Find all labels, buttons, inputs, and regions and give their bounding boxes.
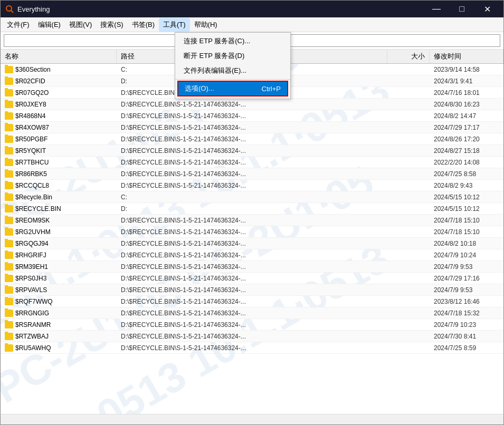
dropdown-item-file-list-editor[interactable]: 文件列表编辑器(E)... xyxy=(175,63,290,78)
cell-path: D:\$RECYCLE.BIN\S-1-5-21-1474636324-... xyxy=(117,308,387,318)
folder-icon xyxy=(5,112,13,120)
maximize-button[interactable]: □ xyxy=(450,1,474,17)
cell-size xyxy=(387,127,430,129)
folder-icon xyxy=(5,182,13,189)
table-row[interactable]: $REOM9SK D:\$RECYCLE.BIN\S-1-5-21-147463… xyxy=(1,215,503,226)
cell-size xyxy=(387,161,430,163)
table-row[interactable]: $RG2UVHM D:\$RECYCLE.BIN\S-1-5-21-147463… xyxy=(1,226,503,238)
menu-help[interactable]: 帮助(H) xyxy=(190,18,222,32)
cell-path: D:\$RECYCLE.BIN\S-1-5-21-1474636324-... xyxy=(117,100,387,109)
table-row[interactable]: $RM39EH1 D:\$RECYCLE.BIN\S-1-5-21-147463… xyxy=(1,261,503,273)
cell-size xyxy=(387,301,430,303)
cell-size xyxy=(387,254,430,256)
table-row[interactable]: $RCCQCL8 D:\$RECYCLE.BIN\S-1-5-21-147463… xyxy=(1,180,503,191)
menu-bookmarks[interactable]: 书签(B) xyxy=(128,18,159,32)
table-row[interactable]: $R50PGBF D:\$RECYCLE.BIN\S-1-5-21-147463… xyxy=(1,133,503,145)
table-row[interactable]: $R4XOW87 D:\$RECYCLE.BIN\S-1-5-21-147463… xyxy=(1,122,503,133)
cell-size xyxy=(387,80,430,82)
table-row[interactable]: $R7TBHCU D:\$RECYCLE.BIN\S-1-5-21-147463… xyxy=(1,157,503,168)
cell-path: D:\$RECYCLE.BIN\S-1-5-21-1474636324-... xyxy=(117,169,387,179)
dropdown-item-etp-connect[interactable]: 连接 ETP 服务器(C)... xyxy=(175,34,290,49)
cell-modified: 2024/5/15 10:12 xyxy=(430,192,503,202)
table-row[interactable]: $R86RBK5 D:\$RECYCLE.BIN\S-1-5-21-147463… xyxy=(1,168,503,180)
cell-path: D:\$RECYCLE.BIN\S-1-5-21-1474636324-... xyxy=(117,227,387,237)
cell-path: D:\$RECYCLE.BIN\S-1-5-21-1474636324-... xyxy=(117,146,387,156)
table-row[interactable]: $RGQGJ94 D:\$RECYCLE.BIN\S-1-5-21-147463… xyxy=(1,238,503,249)
table-row[interactable]: $Recycle.Bin C: 2024/5/15 10:12 xyxy=(1,191,503,203)
menu-edit[interactable]: 编辑(E) xyxy=(34,18,65,32)
col-header-size[interactable]: 大小 xyxy=(387,50,430,63)
window-title: Everything xyxy=(17,5,424,13)
cell-modified: 2024/7/18 15:32 xyxy=(430,308,503,318)
cell-name: $REOM9SK xyxy=(1,216,117,225)
table-row[interactable]: $RTZWBAJ D:\$RECYCLE.BIN\S-1-5-21-147463… xyxy=(1,331,503,342)
cell-modified: 2024/8/2 14:47 xyxy=(430,111,503,121)
cell-size xyxy=(387,324,430,326)
dropdown-item-etp-disconnect[interactable]: 断开 ETP 服务器(D) xyxy=(175,49,290,63)
main-window: Everything — □ ✕ 文件(F) 编辑(E) 视图(V) 搜索(S)… xyxy=(0,0,504,425)
cell-name: $RPVAVLS xyxy=(1,285,117,295)
folder-icon xyxy=(5,275,13,282)
cell-size xyxy=(387,173,430,175)
cell-modified: 2023/9/14 14:58 xyxy=(430,65,503,74)
table-row[interactable]: $R4868N4 D:\$RECYCLE.BIN\S-1-5-21-147463… xyxy=(1,110,503,122)
cell-path: D:\$RECYCLE.BIN\S-1-5-21-1474636324-... xyxy=(117,332,387,341)
cell-modified: 2024/3/1 9:41 xyxy=(430,76,503,86)
table-row[interactable]: $RHGRIFJ D:\$RECYCLE.BIN\S-1-5-21-147463… xyxy=(1,249,503,261)
table-row[interactable]: $RRGNGIG D:\$RECYCLE.BIN\S-1-5-21-147463… xyxy=(1,307,503,319)
folder-icon xyxy=(5,321,13,329)
folder-icon xyxy=(5,205,13,213)
cell-size xyxy=(387,289,430,291)
svg-line-1 xyxy=(11,11,13,13)
table-row[interactable]: $RQF7WWQ D:\$RECYCLE.BIN\S-1-5-21-147463… xyxy=(1,296,503,307)
cell-name: $RRGNGIG xyxy=(1,308,117,318)
cell-modified: 2024/7/25 8:58 xyxy=(430,169,503,179)
cell-path: C: xyxy=(117,192,387,202)
table-row[interactable]: $RECYCLE.BIN D: 2024/5/15 10:12 xyxy=(1,203,503,215)
folder-icon xyxy=(5,310,13,317)
close-button[interactable]: ✕ xyxy=(475,1,499,17)
cell-size xyxy=(387,266,430,268)
folder-icon xyxy=(5,344,13,352)
menu-search[interactable]: 搜索(S) xyxy=(96,18,127,32)
cell-modified: 2024/8/26 17:20 xyxy=(430,134,503,144)
cell-name: $360Section xyxy=(1,65,117,74)
table-row[interactable]: $RSRANMR D:\$RECYCLE.BIN\S-1-5-21-147463… xyxy=(1,319,503,331)
folder-icon xyxy=(5,252,13,259)
table-row[interactable]: $RPS0JH3 D:\$RECYCLE.BIN\S-1-5-21-147463… xyxy=(1,273,503,284)
cell-name: $R07GQ2O xyxy=(1,88,117,98)
minimize-button[interactable]: — xyxy=(424,1,449,17)
cell-size xyxy=(387,347,430,349)
cell-modified: 2024/7/29 17:16 xyxy=(430,274,503,283)
table-row[interactable]: $RU5AWHQ D:\$RECYCLE.BIN\S-1-5-21-147463… xyxy=(1,342,503,354)
table-row[interactable]: $RPVAVLS D:\$RECYCLE.BIN\S-1-5-21-147463… xyxy=(1,284,503,296)
menu-bar: 文件(F) 编辑(E) 视图(V) 搜索(S) 书签(B) 工具(T) 帮助(H… xyxy=(1,17,503,32)
menu-file[interactable]: 文件(F) xyxy=(3,18,34,32)
table-row[interactable]: $R0JXEY8 D:\$RECYCLE.BIN\S-1-5-21-147463… xyxy=(1,99,503,110)
tools-dropdown: 连接 ETP 服务器(C)... 断开 ETP 服务器(D) 文件列表编辑器(E… xyxy=(175,32,291,99)
cell-path: D:\$RECYCLE.BIN\S-1-5-21-1474636324-... xyxy=(117,297,387,306)
col-header-modified[interactable]: 修改时间 xyxy=(430,50,503,63)
cell-size xyxy=(387,208,430,210)
folder-icon xyxy=(5,101,13,108)
cell-modified: 2022/2/20 14:08 xyxy=(430,158,503,167)
cell-path: D:\$RECYCLE.BIN\S-1-5-21-1474636324-... xyxy=(117,274,387,283)
cell-modified: 2024/7/9 10:23 xyxy=(430,320,503,330)
cell-name: $R5YQKIT xyxy=(1,146,117,156)
folder-icon xyxy=(5,66,13,73)
menu-view[interactable]: 视图(V) xyxy=(65,18,96,32)
cell-modified: 2023/8/12 16:46 xyxy=(430,297,503,306)
menu-tools[interactable]: 工具(T) xyxy=(159,18,190,32)
cell-name: $RQF7WWQ xyxy=(1,297,117,306)
cell-path: D:\$RECYCLE.BIN\S-1-5-21-1474636324-... xyxy=(117,320,387,330)
cell-name: $RPS0JH3 xyxy=(1,274,117,283)
cell-size xyxy=(387,196,430,198)
cell-size xyxy=(387,150,430,152)
cell-name: $R7TBHCU xyxy=(1,158,117,167)
cell-modified: 2024/8/2 10:18 xyxy=(430,239,503,248)
cell-size xyxy=(387,243,430,245)
cell-name: $R02CFID xyxy=(1,76,117,86)
col-header-name[interactable]: 名称 xyxy=(1,50,117,63)
table-row[interactable]: $R5YQKIT D:\$RECYCLE.BIN\S-1-5-21-147463… xyxy=(1,145,503,157)
dropdown-item-options[interactable]: 选项(O)... Ctrl+P xyxy=(177,81,288,96)
